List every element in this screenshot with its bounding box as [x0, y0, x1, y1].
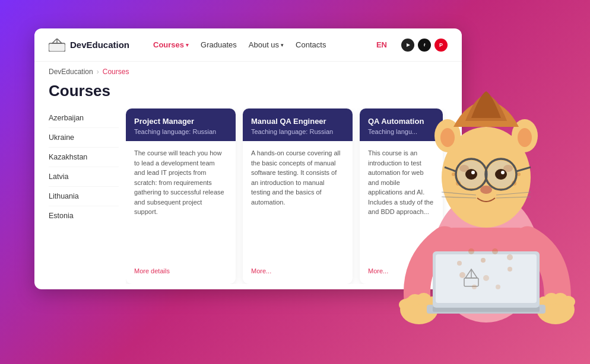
svg-point-58 [483, 275, 489, 281]
card-title-1: Manual QA Engineer [251, 117, 344, 126]
card-title-2: QA Automation [368, 117, 434, 126]
navbar: DevEducation Courses ▾ Graduates About u… [34, 28, 462, 62]
svg-point-51 [468, 248, 474, 254]
svg-point-53 [492, 248, 498, 254]
svg-point-60 [496, 285, 500, 289]
svg-point-52 [481, 258, 486, 263]
svg-point-41 [544, 293, 559, 305]
logo[interactable]: DevEducation [49, 39, 129, 52]
card-body-0: The course will teach you how to lead a … [126, 141, 236, 260]
card-body-1: A hands-on course covering all the basic… [243, 141, 353, 260]
svg-point-26 [471, 171, 475, 174]
sidebar-item-kz[interactable]: Kazakhstan [49, 148, 119, 167]
courses-arrow: ▾ [186, 42, 189, 48]
card-subtitle-1: Teaching language: Russian [251, 128, 344, 135]
course-card-1: Manual QA Engineer Teaching language: Ru… [243, 108, 353, 284]
sidebar-item-lt[interactable]: Lithuania [49, 187, 119, 206]
svg-point-43 [561, 296, 575, 308]
pinterest-icon[interactable]: P [434, 39, 448, 52]
svg-point-57 [507, 267, 512, 272]
sidebar-item-ua[interactable]: Ukraine [49, 128, 119, 148]
main-content: Azerbaijan Ukraine Kazakhstan Latvia Lit… [34, 108, 462, 284]
svg-line-24 [516, 167, 531, 171]
svg-point-37 [417, 293, 431, 305]
sidebar: Azerbaijan Ukraine Kazakhstan Latvia Lit… [49, 108, 126, 284]
svg-point-39 [537, 295, 575, 324]
card-desc-2: This course is an introduction to test a… [368, 148, 434, 217]
card-header-1: Manual QA Engineer Teaching language: Ru… [243, 108, 353, 141]
svg-point-13 [503, 165, 513, 172]
more-details-2[interactable]: More... [368, 267, 388, 274]
svg-point-40 [538, 296, 550, 307]
svg-point-10 [512, 119, 538, 152]
card-body-2: This course is an introduction to test a… [360, 141, 443, 260]
svg-point-38 [426, 296, 438, 307]
breadcrumb-current: Courses [103, 68, 129, 76]
svg-point-42 [553, 293, 567, 305]
breadcrumb: DevEducation › Courses [34, 62, 462, 79]
svg-point-21 [487, 161, 515, 188]
logo-icon [49, 39, 65, 52]
card-subtitle-2: Teaching langu... [368, 128, 434, 135]
svg-marker-3 [407, 43, 410, 47]
card-footer-1: More... [243, 260, 353, 284]
logo-text: DevEducation [70, 40, 129, 50]
sidebar-item-lv[interactable]: Latvia [49, 167, 119, 187]
svg-rect-6 [471, 192, 501, 216]
svg-point-25 [465, 169, 477, 180]
nav-about[interactable]: About us ▾ [249, 40, 284, 49]
nav-contacts[interactable]: Contacts [296, 40, 326, 49]
breadcrumb-home[interactable]: DevEducation [49, 68, 93, 76]
card-desc-1: A hands-on course covering all the basic… [251, 148, 344, 207]
svg-rect-44 [427, 305, 545, 314]
svg-point-36 [408, 294, 422, 306]
svg-point-15 [512, 181, 516, 186]
more-details-0[interactable]: More details [134, 267, 170, 274]
card-footer-0: More details [126, 260, 236, 284]
card-header-2: QA Automation Teaching langu... [360, 108, 443, 141]
card-title-0: Project Manager [134, 117, 227, 126]
more-details-1[interactable]: More... [251, 267, 271, 274]
nav-courses[interactable]: Courses ▾ [153, 40, 189, 49]
svg-point-27 [495, 169, 507, 180]
nav-links: Courses ▾ Graduates About us ▾ Contacts [153, 40, 362, 49]
svg-point-28 [501, 171, 505, 174]
svg-point-17 [517, 173, 521, 176]
svg-point-35 [399, 299, 413, 311]
card-header-0: Project Manager Teaching language: Russi… [126, 108, 236, 141]
sidebar-item-az[interactable]: Azerbaijan [49, 108, 119, 128]
course-card-0: Project Manager Teaching language: Russi… [126, 108, 236, 284]
social-icons: t P [401, 39, 448, 52]
svg-point-11 [518, 128, 532, 147]
course-card-2: QA Automation Teaching langu... This cou… [360, 108, 443, 284]
page-title: Courses [34, 79, 462, 108]
card-desc-0: The course will teach you how to lead a … [134, 148, 227, 217]
svg-marker-49 [465, 269, 477, 278]
youtube-icon[interactable] [401, 39, 414, 52]
breadcrumb-separator: › [97, 68, 99, 76]
lang-switcher[interactable]: EN [376, 40, 387, 49]
about-arrow: ▾ [281, 42, 284, 48]
browser-window: DevEducation Courses ▾ Graduates About u… [34, 28, 462, 289]
svg-point-20 [486, 159, 516, 190]
card-footer-2: More... [360, 260, 443, 284]
courses-grid: Project Manager Teaching language: Russi… [126, 108, 462, 284]
svg-rect-48 [464, 278, 478, 286]
card-subtitle-0: Teaching language: Russian [134, 128, 227, 135]
svg-line-32 [496, 192, 531, 195]
sidebar-item-ee[interactable]: Estonia [49, 206, 119, 225]
tiktok-icon[interactable]: t [418, 39, 431, 52]
svg-rect-0 [49, 43, 65, 52]
svg-line-33 [496, 197, 531, 198]
svg-point-59 [472, 285, 477, 289]
svg-point-29 [480, 186, 492, 194]
svg-point-34 [400, 295, 438, 324]
svg-rect-45 [433, 306, 540, 312]
nav-graduates[interactable]: Graduates [201, 40, 237, 49]
svg-point-55 [507, 254, 513, 260]
